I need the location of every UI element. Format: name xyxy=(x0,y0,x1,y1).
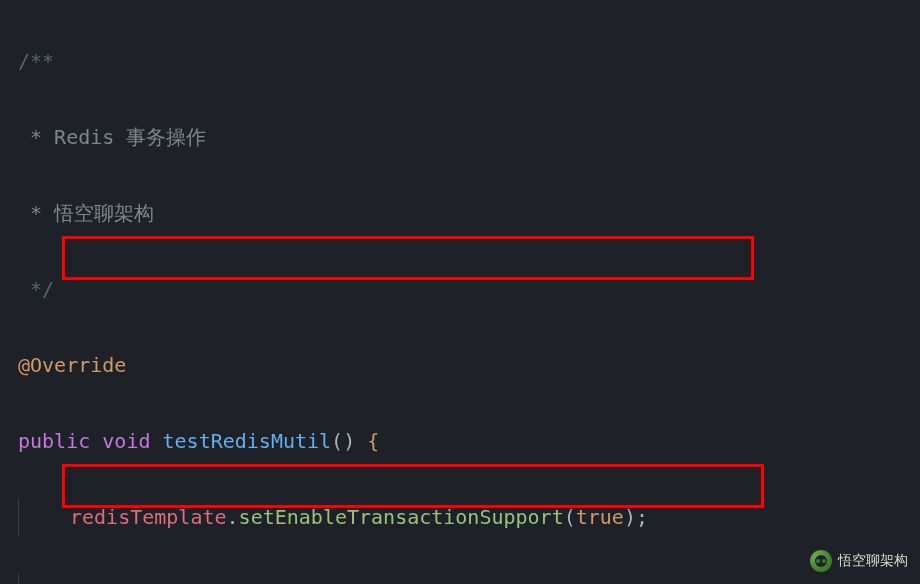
keyword-public: public xyxy=(18,429,90,453)
comment-close: */ xyxy=(18,277,54,301)
var-redisTemplate: redisTemplate xyxy=(70,505,227,529)
comment-open: /** xyxy=(18,49,54,73)
annotation-override: @Override xyxy=(18,353,126,377)
code-block: /** * Redis 事务操作 * 悟空聊架构 */ @Override pu… xyxy=(18,4,902,584)
comment-line-2: * 悟空聊架构 xyxy=(18,201,154,225)
call-setEnable-true: setEnableTransactionSupport xyxy=(239,505,564,529)
wechat-icon xyxy=(810,550,832,572)
brace-open: { xyxy=(355,429,379,453)
keyword-void: void xyxy=(102,429,150,453)
method-parens: () xyxy=(331,429,355,453)
comment-line-1: * Redis 事务操作 xyxy=(18,125,206,149)
bool-true: true xyxy=(576,505,624,529)
watermark: 悟空聊架构 xyxy=(810,547,908,574)
watermark-text: 悟空聊架构 xyxy=(838,547,908,574)
method-name: testRedisMutil xyxy=(163,429,332,453)
